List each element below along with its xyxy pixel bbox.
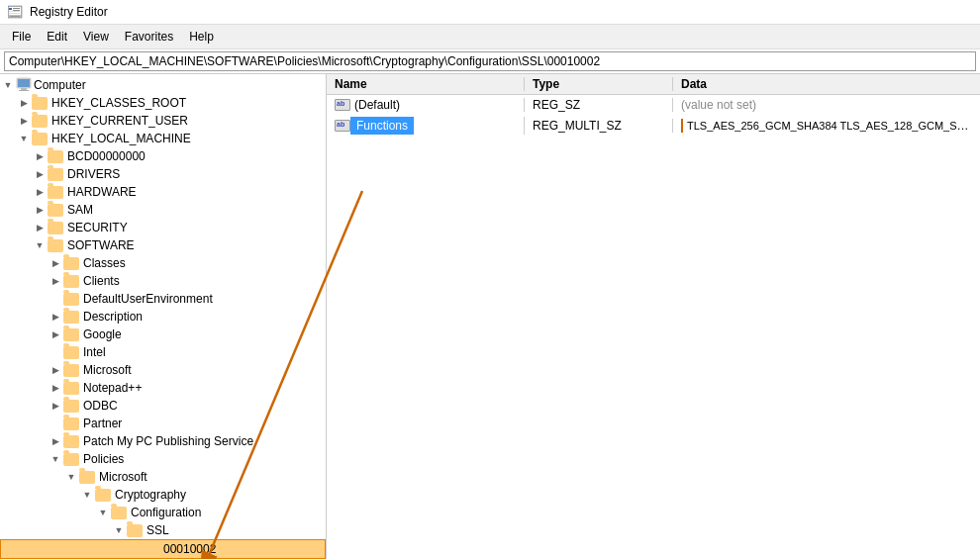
label-cryptography: Cryptography [113,488,186,502]
tree-item-pol-microsoft[interactable]: ▼ Microsoft [0,468,326,486]
tree-item-microsoft[interactable]: ▶ Microsoft [0,361,326,379]
title-bar-text: Registry Editor [30,5,108,19]
tree-item-sam[interactable]: ▶ SAM [0,201,326,219]
col-header-type: Type [525,77,673,91]
label-local-machine: HKEY_LOCAL_MACHINE [49,132,191,145]
tree-item-00010002[interactable]: ▶ 00010002 [0,539,326,559]
expand-classes-root[interactable]: ▶ [16,95,32,111]
tree-item-drivers[interactable]: ▶ DRIVERS [0,165,326,183]
svg-rect-9 [18,79,30,87]
folder-icon-ssl [127,524,143,537]
tree-item-classes[interactable]: ▶ Classes [0,254,326,272]
default-name-cell: (Default) [327,98,525,112]
expand-policies[interactable]: ▼ [48,451,63,467]
expand-drivers[interactable]: ▶ [32,166,48,182]
address-path[interactable]: Computer\HKEY_LOCAL_MACHINE\SOFTWARE\Pol… [4,51,976,71]
tree-item-local-machine[interactable]: ▼ HKEY_LOCAL_MACHINE [0,130,326,147]
expand-security[interactable]: ▶ [32,220,48,235]
right-panel: Name Type Data (Default) REG_SZ (value n… [327,74,980,559]
label-security: SECURITY [65,221,128,234]
tree-item-patchmypc[interactable]: ▶ Patch My PC Publishing Service [0,432,326,450]
expand-pol-microsoft[interactable]: ▼ [63,469,79,485]
tree-panel[interactable]: ▼ Computer ▶ HKEY_CLASSES_ROOT ▶ HKEY_CU… [0,74,327,559]
svg-rect-7 [9,13,20,14]
table-row-default[interactable]: (Default) REG_SZ (value not set) [327,95,980,115]
functions-data-cell: TLS_AES_256_GCM_SHA384 TLS_AES_128_GCM_S… [673,119,980,133]
expand-classes[interactable]: ▶ [48,255,63,271]
folder-icon-pol-microsoft [79,471,95,484]
folder-icon-local-machine [32,133,48,145]
tree-item-hardware[interactable]: ▶ HARDWARE [0,183,326,201]
tree-item-policies[interactable]: ▼ Policies [0,450,326,468]
folder-icon-current-user [32,115,48,128]
expand-cryptography[interactable]: ▼ [79,487,95,503]
tree-item-defaultuserenv[interactable]: ▶ DefaultUserEnvironment [0,290,326,308]
folder-icon-software [48,239,63,252]
label-microsoft: Microsoft [81,363,132,377]
tree-item-bcd[interactable]: ▶ BCD00000000 [0,147,326,165]
folder-icon-google [63,328,79,341]
tree-item-description[interactable]: ▶ Description [0,308,326,326]
expand-notepadpp[interactable]: ▶ [48,380,63,396]
tree-item-clients[interactable]: ▶ Clients [0,272,326,290]
menu-view[interactable]: View [75,27,117,47]
label-pol-microsoft: Microsoft [97,470,147,484]
folder-icon-defaultuserenv [63,293,79,306]
tree-item-intel[interactable]: ▶ Intel [0,343,326,361]
label-intel: Intel [81,345,106,359]
functions-type-cell: REG_MULTI_SZ [525,119,673,133]
expand-current-user[interactable]: ▶ [16,113,32,129]
tree-item-ssl[interactable]: ▼ SSL [0,521,326,539]
reg-icon-default [335,99,350,111]
menu-bar: File Edit View Favorites Help [0,25,980,49]
folder-icon-intel [63,346,79,359]
tree-item-google[interactable]: ▶ Google [0,326,326,343]
tree-item-current-user[interactable]: ▶ HKEY_CURRENT_USER [0,112,326,130]
tree-item-partner[interactable]: ▶ Partner [0,415,326,432]
menu-favorites[interactable]: Favorites [117,27,181,47]
label-clients: Clients [81,274,120,288]
tree-item-configuration[interactable]: ▼ Configuration [0,504,326,521]
expand-google[interactable]: ▶ [48,326,63,342]
expand-sam[interactable]: ▶ [32,202,48,218]
expand-odbc[interactable]: ▶ [48,398,63,414]
folder-icon-security [48,222,63,234]
title-bar: Registry Editor [0,0,980,25]
tree-item-odbc[interactable]: ▶ ODBC [0,397,326,415]
expand-bcd[interactable]: ▶ [32,148,48,164]
folder-icon-policies [63,453,79,466]
label-partner: Partner [81,417,122,430]
tree-item-cryptography[interactable]: ▼ Cryptography [0,486,326,504]
svg-rect-3 [9,8,12,10]
expand-configuration[interactable]: ▼ [95,505,111,520]
tree-item-computer[interactable]: ▼ Computer [0,76,326,94]
default-name-label: (Default) [354,98,400,112]
label-description: Description [81,310,143,324]
tree-item-classes-root[interactable]: ▶ HKEY_CLASSES_ROOT [0,94,326,112]
default-type-cell: REG_SZ [525,98,673,112]
folder-icon-bcd [48,150,63,163]
expand-computer[interactable]: ▼ [0,77,16,93]
label-classes-root: HKEY_CLASSES_ROOT [49,96,186,110]
tree-item-security[interactable]: ▶ SECURITY [0,219,326,236]
menu-help[interactable]: Help [181,27,222,47]
expand-microsoft[interactable]: ▶ [48,362,63,378]
folder-icon-partner [63,418,79,430]
expand-local-machine[interactable]: ▼ [16,131,32,146]
expand-clients[interactable]: ▶ [48,273,63,289]
tree-item-software[interactable]: ▼ SOFTWARE [0,236,326,254]
menu-edit[interactable]: Edit [39,27,75,47]
folder-icon-classes-root [32,97,48,110]
expand-hardware[interactable]: ▶ [32,184,48,200]
svg-rect-2 [10,16,20,17]
col-header-data: Data [673,77,980,91]
address-bar: Computer\HKEY_LOCAL_MACHINE\SOFTWARE\Pol… [0,49,980,74]
expand-description[interactable]: ▶ [48,309,63,325]
tree-item-notepadpp[interactable]: ▶ Notepad++ [0,379,326,397]
expand-patchmypc[interactable]: ▶ [48,433,63,449]
expand-ssl[interactable]: ▼ [111,522,127,538]
table-row-functions[interactable]: Functions REG_MULTI_SZ TLS_AES_256_GCM_S… [327,115,980,137]
expand-software[interactable]: ▼ [32,237,48,253]
menu-file[interactable]: File [4,27,39,47]
svg-rect-11 [19,90,29,91]
